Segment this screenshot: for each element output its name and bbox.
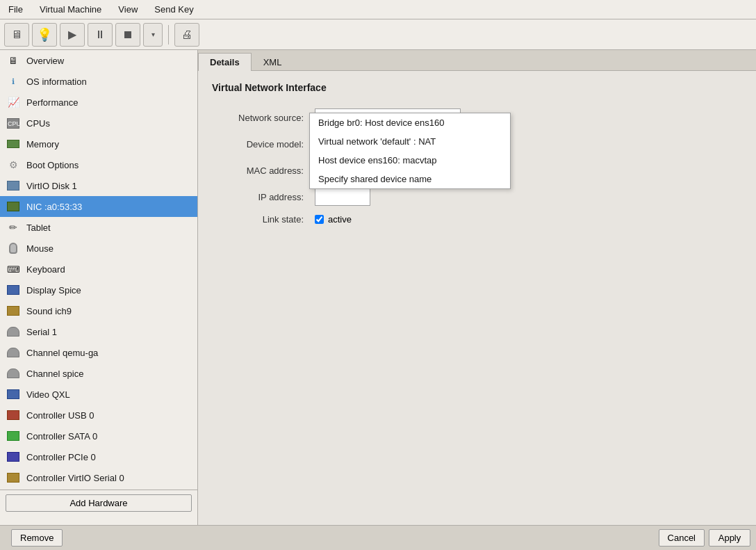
sidebar-label-controller-usb-0: Controller USB 0: [26, 410, 94, 421]
lightbulb-icon: 💡: [37, 27, 52, 42]
apply-button[interactable]: Apply: [709, 529, 750, 547]
dropdown-button[interactable]: ▾: [143, 23, 163, 47]
sidebar-item-performance[interactable]: 📈 Performance: [0, 92, 197, 113]
sound-icon: [6, 305, 21, 317]
device-model-label: Device model:: [247, 139, 304, 149]
pause-icon: ⏸: [94, 29, 106, 41]
video-qxl-icon: [6, 388, 21, 401]
sidebar-item-virtio-disk-1[interactable]: VirtIO Disk 1: [0, 175, 197, 196]
sidebar-label-nic: NIC :a0:53:33: [26, 202, 82, 212]
controller-pcie-icon: [6, 451, 21, 463]
sidebar-label-controller-pcie-0: Controller PCIe 0: [26, 452, 96, 462]
performance-icon: 📈: [6, 96, 21, 108]
ip-address-label: IP address:: [258, 192, 304, 202]
memory-icon: [6, 138, 21, 150]
boot-icon: ⚙: [6, 159, 21, 171]
dropdown-option-bridge[interactable]: Bridge br0: Host device ens160: [310, 113, 510, 132]
toolbar-separator: [168, 25, 169, 45]
serial-icon: [6, 325, 21, 338]
tab-xml[interactable]: XML: [252, 53, 294, 71]
sidebar-label-channel-spice: Channel spice: [26, 369, 83, 379]
screenshot-button[interactable]: 🖨: [174, 23, 199, 47]
sidebar-label-memory: Memory: [26, 139, 59, 149]
menu-view[interactable]: View: [115, 3, 140, 16]
sidebar-item-channel-spice[interactable]: Channel spice: [0, 363, 197, 384]
info-icon: ℹ: [6, 75, 21, 88]
sidebar-item-controller-pcie-0[interactable]: Controller PCIe 0: [0, 446, 197, 467]
sidebar-item-sound-ich9[interactable]: Sound ich9: [0, 300, 197, 321]
sidebar-label-os-information: OS information: [26, 76, 87, 87]
sidebar-item-video-qxl[interactable]: Video QXL: [0, 384, 197, 405]
lightbulb-button[interactable]: 💡: [32, 23, 57, 47]
main-area: 🖥 Overview ℹ OS information 📈 Performanc…: [0, 50, 756, 525]
sidebar-label-sound-ich9: Sound ich9: [26, 306, 72, 316]
display-spice-icon: [6, 284, 21, 296]
menu-file[interactable]: File: [6, 3, 26, 16]
sidebar-label-video-qxl: Video QXL: [26, 389, 70, 400]
tablet-icon: ✏: [6, 221, 21, 234]
disk-icon: [6, 179, 21, 192]
add-hardware-button[interactable]: Add Hardware: [6, 494, 192, 512]
channel-qemu-ga-icon: [6, 346, 21, 359]
channel-spice-icon: [6, 367, 21, 380]
sidebar-item-controller-sata-0[interactable]: Controller SATA 0: [0, 426, 197, 446]
nic-icon: [6, 200, 21, 213]
link-state-row: Link state: active: [212, 210, 742, 229]
link-state-checkbox[interactable]: [315, 215, 324, 224]
sidebar-item-controller-virtio-serial-0[interactable]: Controller VirtIO Serial 0: [0, 467, 197, 488]
controller-sata-icon: [6, 430, 21, 442]
controller-virtio-icon: [6, 471, 21, 484]
sidebar-label-tablet: Tablet: [26, 223, 51, 233]
stop-button[interactable]: ⏹: [115, 23, 140, 47]
dropdown-popup: Bridge br0: Host device ens160 Virtual n…: [309, 113, 511, 189]
sidebar-label-controller-virtio-serial-0: Controller VirtIO Serial 0: [26, 473, 124, 483]
sidebar-item-boot-options[interactable]: ⚙ Boot Options: [0, 154, 197, 175]
sidebar-label-virtio-disk-1: VirtIO Disk 1: [26, 181, 77, 191]
sidebar-label-serial-1: Serial 1: [26, 327, 57, 337]
screenshot-icon: 🖨: [181, 29, 192, 41]
sidebar-item-controller-usb-0[interactable]: Controller USB 0: [0, 405, 197, 426]
ip-address-input[interactable]: [315, 188, 370, 206]
sidebar-item-serial-1[interactable]: Serial 1: [0, 321, 197, 342]
monitor-button[interactable]: 🖥: [4, 23, 29, 47]
dropdown-option-host-device-macvtap[interactable]: Host device ens160: macvtap: [310, 151, 510, 170]
sidebar-label-performance: Performance: [26, 97, 78, 108]
cpu-icon: CPU: [6, 117, 21, 129]
mouse-icon: [6, 242, 21, 254]
cancel-button[interactable]: Cancel: [659, 529, 705, 547]
sidebar-item-memory[interactable]: Memory: [0, 134, 197, 154]
sidebar-label-overview: Overview: [26, 56, 64, 66]
menu-send-key[interactable]: Send Key: [151, 3, 196, 16]
pause-button[interactable]: ⏸: [88, 23, 113, 47]
sidebar-item-nic[interactable]: NIC :a0:53:33: [0, 196, 197, 217]
sidebar: 🖥 Overview ℹ OS information 📈 Performanc…: [0, 50, 198, 525]
monitor-icon: 🖥: [6, 54, 21, 67]
sidebar-item-mouse[interactable]: Mouse: [0, 238, 197, 259]
dropdown-option-virtual-network[interactable]: Virtual network 'default' : NAT: [310, 132, 510, 151]
controller-usb-icon: [6, 409, 21, 421]
dropdown-option-specify-shared[interactable]: Specify shared device name: [310, 170, 510, 188]
link-state-row: active: [315, 214, 737, 225]
tabs-bar: Details XML: [198, 50, 756, 71]
sidebar-item-overview[interactable]: 🖥 Overview: [0, 50, 197, 71]
stop-icon: ⏹: [122, 29, 133, 41]
section-title: Virtual Network Interface: [212, 82, 742, 93]
play-button[interactable]: ▶: [60, 23, 85, 47]
content-area: Details XML Virtual Network Interface Ne…: [198, 50, 756, 525]
sidebar-item-tablet[interactable]: ✏ Tablet: [0, 217, 197, 238]
sidebar-item-cpus[interactable]: CPU CPUs: [0, 113, 197, 134]
remove-button[interactable]: Remove: [11, 529, 63, 547]
monitor-icon: 🖥: [11, 29, 22, 41]
toolbar: 🖥 💡 ▶ ⏸ ⏹ ▾ 🖨: [0, 19, 756, 50]
sidebar-item-keyboard[interactable]: ⌨ Keyboard: [0, 259, 197, 280]
menu-virtual-machine[interactable]: Virtual Machine: [37, 3, 104, 16]
menubar: File Virtual Machine View Send Key: [0, 0, 756, 19]
network-source-label: Network source:: [238, 113, 304, 123]
sidebar-item-display-spice[interactable]: Display Spice: [0, 280, 197, 300]
tab-details[interactable]: Details: [198, 53, 252, 71]
link-state-label: Link state:: [263, 214, 304, 225]
bottom-bar: Remove Cancel Apply: [0, 525, 756, 550]
chevron-down-icon: ▾: [151, 31, 155, 38]
sidebar-item-os-information[interactable]: ℹ OS information: [0, 71, 197, 92]
sidebar-item-channel-qemu-ga[interactable]: Channel qemu-ga: [0, 342, 197, 363]
